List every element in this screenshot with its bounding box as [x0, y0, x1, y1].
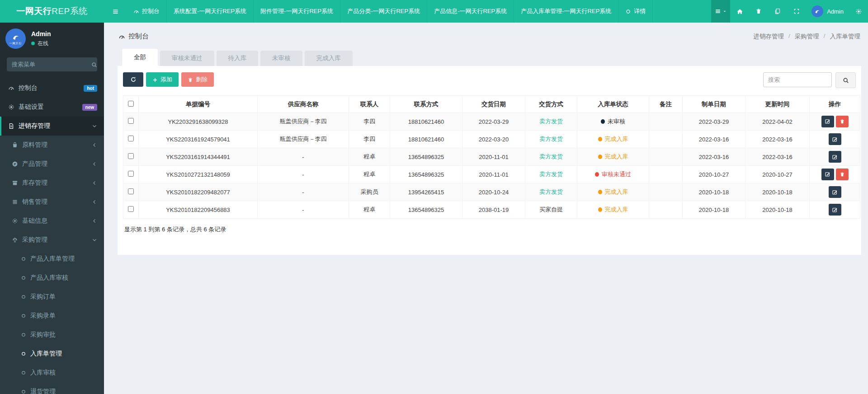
row-delete-button[interactable]: [836, 116, 849, 127]
filter-tab-待入库[interactable]: 待入库: [217, 51, 259, 66]
cell: YK2203291638099328: [139, 113, 258, 131]
fullscreen-icon[interactable]: [787, 0, 806, 23]
breadcrumb-item-1[interactable]: 进销存管理: [753, 33, 784, 41]
online-label: 在线: [38, 40, 48, 47]
cell: 2020-10-18: [683, 201, 745, 219]
cell: 卖方发货: [525, 131, 577, 148]
sidebar-item-产品管理[interactable]: P产品管理: [0, 155, 104, 174]
row-edit-button[interactable]: [829, 186, 841, 198]
sidebar-item-库存管理[interactable]: 库存管理: [0, 174, 104, 192]
brand-logo[interactable]: 一网天行REP系统: [0, 0, 104, 23]
navbar-tab-1[interactable]: 控制台: [127, 0, 167, 23]
sidebar-group: 控制台hot: [0, 79, 104, 98]
row-edit-button[interactable]: [821, 116, 834, 127]
cell: 2020-10-18: [745, 201, 810, 219]
breadcrumb-item-2[interactable]: 采购管理: [795, 33, 819, 41]
refresh-button[interactable]: [123, 72, 143, 87]
updated-date: 2022-04-02: [762, 118, 793, 125]
navbar-tab-5[interactable]: 产品信息-一网天行REP系统: [427, 0, 514, 23]
navbar-tab-3[interactable]: 附件管理-一网天行REP系统: [254, 0, 340, 23]
select-all-checkbox[interactable]: [128, 101, 134, 107]
row-edit-button[interactable]: [829, 204, 841, 216]
sidebar-item-采购管理[interactable]: 采购管理: [0, 230, 104, 249]
sidebar-item-入库单管理[interactable]: 入库单管理: [0, 344, 104, 363]
row-checkbox[interactable]: [128, 206, 134, 212]
filter-tab-完成入库[interactable]: 完成入库: [305, 51, 353, 66]
edit-icon: [825, 171, 830, 177]
page-title-text: 控制台: [128, 32, 149, 41]
column-header-制单日期: 制单日期: [683, 96, 745, 113]
add-button-label: 添加: [160, 75, 172, 84]
cell: [123, 166, 139, 183]
sidebar-item-采购订单[interactable]: 采购订单: [0, 287, 104, 306]
row-edit-button[interactable]: [829, 151, 841, 163]
search-icon[interactable]: [91, 61, 97, 68]
filter-tab-审核未通过[interactable]: 审核未通过: [160, 51, 214, 66]
angleleft-icon: [92, 199, 97, 205]
sidebar-item-采购审批[interactable]: 采购审批: [0, 325, 104, 344]
filter-tab-未审核[interactable]: 未审核: [260, 51, 302, 66]
sidebar-item-基础设置[interactable]: 基础设置new: [0, 98, 104, 117]
delivery-method: 卖方发货: [539, 153, 563, 160]
sidebar-item-产品入库审核[interactable]: 产品入库审核: [0, 268, 104, 287]
swoosh-icon: [813, 7, 821, 15]
sidebar-toggle-icon[interactable]: [104, 0, 127, 23]
cell: 卖方发货: [525, 166, 577, 183]
sidebar-group: 销售管理: [0, 192, 104, 211]
contact-name: 李四: [363, 136, 375, 142]
table-search-input[interactable]: [763, 72, 832, 87]
trash-icon[interactable]: [749, 0, 768, 23]
table-header-row: 单据编号供应商名称联系人联系方式交货日期交货方式入库单状态备注制单日期更新时间操…: [123, 96, 860, 113]
log-icon[interactable]: [768, 0, 787, 23]
filter-tab-全部[interactable]: 全部: [122, 49, 158, 66]
cell: 完成入库: [577, 131, 649, 148]
breadcrumb-item-3[interactable]: 入库单管理: [830, 33, 861, 41]
column-header-联系人: 联系人: [349, 96, 390, 113]
row-edit-button[interactable]: [829, 133, 841, 145]
delete-button[interactable]: 删除: [181, 72, 214, 87]
sidebar-item-退货管理[interactable]: 退货管理: [0, 382, 104, 394]
row-checkbox[interactable]: [128, 153, 134, 159]
angleleft-icon: [92, 218, 97, 224]
sidebar-item-产品入库单管理[interactable]: 产品入库单管理: [0, 249, 104, 268]
table-search-button[interactable]: [835, 72, 856, 88]
sidebar-item-基础信息[interactable]: 基础信息: [0, 211, 104, 230]
cell: [649, 113, 683, 131]
table-row: YKS2203161924579041瓶盖供应商－李四李四18810621460…: [123, 131, 860, 148]
user-menu[interactable]: Admin: [806, 0, 849, 23]
filter-tabs: 全部审核未通过待入库未审核完成入库: [118, 49, 861, 66]
toolbar-right: [763, 72, 856, 88]
navbar-tab-2[interactable]: 系统配置-一网天行REP系统: [167, 0, 254, 23]
gears-icon[interactable]: [849, 0, 868, 23]
row-checkbox[interactable]: [128, 118, 134, 124]
status-text: 完成入库: [605, 206, 628, 213]
sidebar-item-入库审核[interactable]: 入库审核: [0, 363, 104, 382]
status-badge: 完成入库: [598, 206, 628, 213]
sidebar-item-label: 销售管理: [22, 198, 47, 206]
row-checkbox[interactable]: [128, 188, 134, 194]
sidebar-search-input[interactable]: [12, 61, 91, 68]
sidebar-item-进销存管理[interactable]: 进销存管理: [0, 117, 104, 136]
navbar-tab-7[interactable]: 详情: [618, 0, 653, 23]
sidebar-item-销售管理[interactable]: 销售管理: [0, 192, 104, 211]
status-text: 未审核: [608, 118, 625, 125]
column-header-入库单状态: 入库单状态: [577, 96, 649, 113]
row-edit-button[interactable]: [821, 169, 834, 180]
cell: 2022-03-29: [462, 113, 525, 131]
navbar-tab-4[interactable]: 产品分类-一网天行REP系统: [340, 0, 427, 23]
navbar-tab-6[interactable]: 产品入库单管理-一网天行REP系统: [514, 0, 618, 23]
sidebar-item-控制台[interactable]: 控制台hot: [0, 79, 104, 98]
home-icon[interactable]: [730, 0, 749, 23]
add-button[interactable]: 添加: [146, 72, 179, 87]
tabs-menu-dropdown[interactable]: [711, 0, 730, 23]
row-delete-button[interactable]: [836, 169, 849, 180]
cell: -: [258, 148, 349, 166]
cell: 18810621460: [390, 113, 462, 131]
sidebar-item-原料管理[interactable]: 原料管理: [0, 136, 104, 155]
row-checkbox[interactable]: [128, 136, 134, 141]
sidebar-item-采购录单[interactable]: 采购录单: [0, 306, 104, 325]
table-row: YKS2203161914344491-程卓136548963252020-11…: [123, 148, 860, 166]
table-row: YKS2010182209482077-采购员139542654152020-1…: [123, 183, 860, 201]
row-checkbox[interactable]: [128, 171, 134, 177]
avatar: [811, 5, 823, 17]
